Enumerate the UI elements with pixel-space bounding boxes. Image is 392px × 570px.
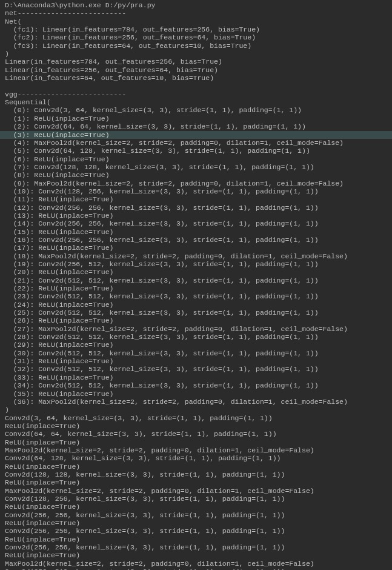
console-line: ReLU(inplace=True) [0,478,392,486]
console-line: ReLU(inplace=True) [0,438,392,446]
console-line: (14): Conv2d(256, 256, kernel_size=(3, 3… [0,220,392,227]
console-line: (17): ReLU(inplace=True) [0,244,392,252]
console-line: (7): Conv2d(128, 128, kernel_size=(3, 3)… [0,163,392,171]
console-line: Conv2d(256, 256, kernel_size=(3, 3), str… [0,527,392,535]
console-line: ) [0,406,392,414]
console-line: (5): Conv2d(64, 128, kernel_size=(3, 3),… [0,147,392,155]
console-line: MaxPool2d(kernel_size=2, stride=2, paddi… [0,487,392,495]
console-line: Net( [0,18,392,25]
console-line: (27): MaxPool2d(kernel_size=2, stride=2,… [0,325,392,333]
console-line: ReLU(inplace=True) [0,551,392,559]
console-line: Linear(in_features=64, out_features=10, … [0,74,392,82]
console-line: (10): Conv2d(128, 256, kernel_size=(3, 3… [0,187,392,195]
console-line [0,82,392,90]
console-line: (32): Conv2d(512, 512, kernel_size=(3, 3… [0,365,392,373]
console-line: (11): ReLU(inplace=True) [0,195,392,203]
console-line: (21): Conv2d(512, 512, kernel_size=(3, 3… [0,277,392,284]
console-line: (20): ReLU(inplace=True) [0,268,392,276]
console-line: ReLU(inplace=True) [0,422,392,430]
console-line: (15): ReLU(inplace=True) [0,228,392,236]
console-line: (0): Conv2d(3, 64, kernel_size=(3, 3), s… [0,106,392,114]
console-line: (16): Conv2d(256, 256, kernel_size=(3, 3… [0,236,392,244]
console-line: (36): MaxPool2d(kernel_size=2, stride=2,… [0,398,392,406]
console-line: (12): Conv2d(256, 256, kernel_size=(3, 3… [0,204,392,212]
console-line: (30): Conv2d(512, 512, kernel_size=(3, 3… [0,349,392,357]
console-line: ReLU(inplace=True) [0,519,392,527]
console-line: (3): ReLU(inplace=True) [0,131,392,139]
console-line: Linear(in_features=256, out_features=64,… [0,66,392,74]
console-line: Conv2d(128, 128, kernel_size=(3, 3), str… [0,471,392,478]
console-line: ReLU(inplace=True) [0,463,392,471]
console-line: (18): MaxPool2d(kernel_size=2, stride=2,… [0,252,392,260]
console-line: (29): ReLU(inplace=True) [0,341,392,349]
console-line: ReLU(inplace=True) [0,535,392,543]
console-line: (19): Conv2d(256, 512, kernel_size=(3, 3… [0,260,392,268]
console-output[interactable]: D:\Anaconda3\python.exe D:/py/pra.pynet-… [0,0,392,570]
console-line: Conv2d(128, 256, kernel_size=(3, 3), str… [0,495,392,503]
console-line: (35): ReLU(inplace=True) [0,390,392,398]
console-line: Conv2d(64, 128, kernel_size=(3, 3), stri… [0,454,392,462]
console-line: (1): ReLU(inplace=True) [0,115,392,122]
console-line: vgg-------------------------- [0,90,392,98]
console-line: (2): Conv2d(64, 64, kernel_size=(3, 3), … [0,122,392,130]
console-line: Conv2d(3, 64, kernel_size=(3, 3), stride… [0,414,392,422]
console-line: (22): ReLU(inplace=True) [0,284,392,292]
console-line: ReLU(inplace=True) [0,503,392,511]
console-line: (31): ReLU(inplace=True) [0,357,392,365]
console-line: Conv2d(256, 256, kernel_size=(3, 3), str… [0,511,392,519]
console-line: (fc1): Linear(in_features=784, out_featu… [0,25,392,33]
console-line: net-------------------------- [0,9,392,17]
console-line: (8): ReLU(inplace=True) [0,171,392,179]
console-line: (33): ReLU(inplace=True) [0,374,392,381]
console-line: Conv2d(256, 256, kernel_size=(3, 3), str… [0,543,392,551]
console-line: (9): MaxPool2d(kernel_size=2, stride=2, … [0,179,392,187]
console-line: (24): ReLU(inplace=True) [0,301,392,309]
console-line: Conv2d(64, 64, kernel_size=(3, 3), strid… [0,430,392,438]
console-line: Sequential( [0,98,392,106]
console-line: Conv2d(256, 512, kernel_size=(3, 3), str… [0,568,392,570]
console-line: (13): ReLU(inplace=True) [0,212,392,220]
console-line: (fc3): Linear(in_features=64, out_featur… [0,42,392,50]
console-line: (fc2): Linear(in_features=256, out_featu… [0,33,392,41]
console-line: (23): Conv2d(512, 512, kernel_size=(3, 3… [0,292,392,300]
console-line: (28): Conv2d(512, 512, kernel_size=(3, 3… [0,333,392,341]
console-line: ) [0,50,392,58]
console-line: D:\Anaconda3\python.exe D:/py/pra.py [0,1,392,9]
console-line: MaxPool2d(kernel_size=2, stride=2, paddi… [0,560,392,568]
console-line: (6): ReLU(inplace=True) [0,155,392,163]
console-line: MaxPool2d(kernel_size=2, stride=2, paddi… [0,446,392,454]
console-line: (25): Conv2d(512, 512, kernel_size=(3, 3… [0,309,392,317]
console-line: (26): ReLU(inplace=True) [0,317,392,324]
console-line: (34): Conv2d(512, 512, kernel_size=(3, 3… [0,381,392,389]
console-line: Linear(in_features=784, out_features=256… [0,58,392,65]
console-line: (4): MaxPool2d(kernel_size=2, stride=2, … [0,139,392,147]
